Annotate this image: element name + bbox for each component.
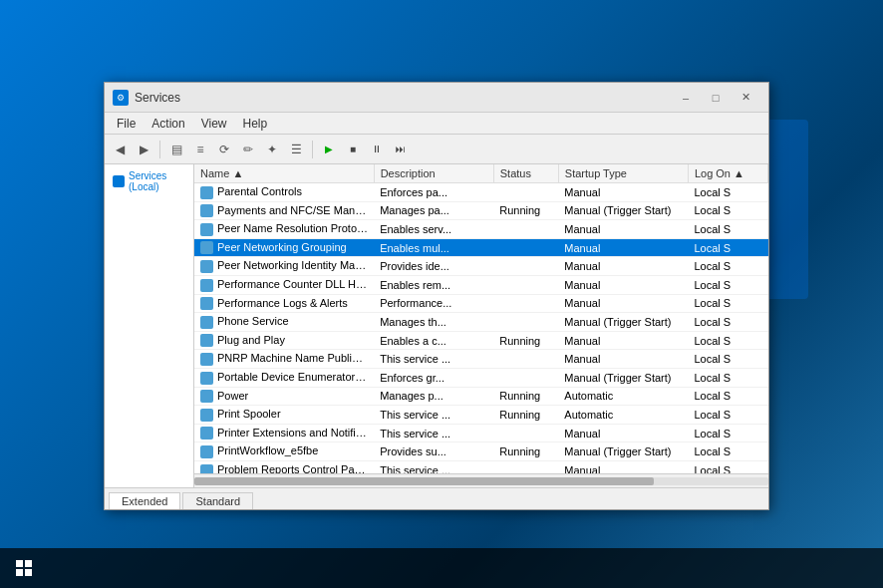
col-startup[interactable]: Startup Type	[558, 164, 688, 183]
cell-logon: Local S	[688, 294, 767, 313]
cell-name: Peer Networking Identity Manager	[194, 257, 374, 276]
cell-status	[493, 294, 558, 313]
cell-name: Portable Device Enumerator Service	[194, 368, 374, 387]
cell-startup: Manual (Trigger Start)	[558, 313, 688, 332]
table-row[interactable]: Printer Extensions and NotificationsThis…	[194, 424, 768, 442]
table-row[interactable]: Peer Networking GroupingEnables mul...Ma…	[194, 238, 768, 257]
start-button-taskbar[interactable]	[0, 548, 48, 588]
window-icon: ⚙	[113, 90, 129, 106]
stop-button[interactable]: ■	[342, 139, 364, 160]
cell-description: Enables a c...	[374, 331, 493, 350]
col-status[interactable]: Status	[493, 164, 558, 183]
props2-button[interactable]: ☰	[285, 139, 307, 160]
properties-button[interactable]: ≡	[189, 139, 211, 160]
table-header-row: Name ▲ Description Status Startup Type L…	[194, 164, 768, 183]
table-row[interactable]: Problem Reports Control Panel SupportThi…	[194, 460, 768, 473]
table-row[interactable]: Performance Logs & AlertsPerformance...M…	[194, 294, 768, 313]
table-row[interactable]: Peer Networking Identity ManagerProvides…	[194, 257, 768, 276]
sidebar-item-services[interactable]: Services (Local)	[109, 168, 189, 194]
cell-status	[493, 460, 558, 473]
cell-status	[493, 183, 558, 202]
cell-startup: Automatic	[558, 387, 688, 406]
cell-name: Plug and Play	[194, 331, 374, 350]
cell-name: Parental Controls	[194, 183, 374, 202]
back-button[interactable]: ◀	[109, 139, 131, 160]
menu-view[interactable]: View	[193, 115, 235, 133]
toolbar: ◀ ▶ ▤ ≡ ⟳ ✏ ✦ ☰ ▶ ■ ⏸ ⏭	[105, 135, 768, 164]
horizontal-scrollbar[interactable]	[194, 473, 768, 487]
cell-logon: Local S	[688, 313, 767, 332]
table-row[interactable]: PNRP Machine Name Publication ServiceThi…	[194, 350, 768, 369]
cell-status	[493, 313, 558, 332]
tab-standard[interactable]: Standard	[182, 492, 253, 509]
cell-logon: Local S	[688, 275, 767, 294]
cell-description: Enables rem...	[374, 275, 493, 294]
cell-startup: Manual	[558, 294, 688, 313]
cell-status	[493, 257, 558, 276]
table-row[interactable]: Phone ServiceManages th...Manual (Trigge…	[194, 313, 768, 332]
window-controls: – □ ✕	[671, 84, 760, 112]
minimize-button[interactable]: –	[671, 84, 701, 112]
table-row[interactable]: PowerManages p...RunningAutomaticLocal S	[194, 387, 768, 406]
table-row[interactable]: Portable Device Enumerator ServiceEnforc…	[194, 368, 768, 387]
cell-status	[493, 220, 558, 239]
services-tbody: Parental ControlsEnforces pa...ManualLoc…	[194, 183, 768, 474]
cell-startup: Manual	[558, 220, 688, 239]
cell-description: This service ...	[374, 460, 493, 473]
cell-logon: Local S	[688, 424, 767, 442]
taskbar	[0, 548, 883, 588]
table-row[interactable]: Parental ControlsEnforces pa...ManualLoc…	[194, 183, 768, 202]
col-description[interactable]: Description	[374, 164, 493, 183]
tab-extended[interactable]: Extended	[109, 492, 180, 509]
cell-name: Printer Extensions and Notifications	[194, 424, 374, 442]
menu-action[interactable]: Action	[144, 115, 192, 133]
cell-description: Enables mul...	[374, 238, 493, 257]
resume-button[interactable]: ⏭	[390, 139, 412, 160]
cell-description: Manages p...	[374, 387, 493, 406]
sidebar[interactable]: Services (Local)	[105, 164, 194, 487]
services-table: Name ▲ Description Status Startup Type L…	[194, 164, 768, 473]
cell-startup: Manual	[558, 460, 688, 473]
cell-startup: Manual	[558, 238, 688, 257]
start-button[interactable]: ▶	[318, 139, 340, 160]
cell-logon: Local S	[688, 201, 767, 220]
cell-name: PrintWorkflow_e5fbe	[194, 442, 374, 461]
svg-rect-0	[16, 560, 23, 567]
table-container[interactable]: Name ▲ Description Status Startup Type L…	[194, 164, 768, 473]
refresh-button[interactable]: ⟳	[213, 139, 235, 160]
table-row[interactable]: PrintWorkflow_e5fbeProvides su...Running…	[194, 442, 768, 461]
cell-description: Manages th...	[374, 313, 493, 332]
col-name[interactable]: Name ▲	[194, 164, 374, 183]
new-button[interactable]: ✦	[261, 139, 283, 160]
cell-startup: Manual	[558, 257, 688, 276]
svg-rect-3	[25, 569, 32, 576]
cell-startup: Manual	[558, 275, 688, 294]
svg-rect-2	[16, 569, 23, 576]
menu-help[interactable]: Help	[235, 115, 276, 133]
col-logon[interactable]: Log On ▲	[688, 164, 767, 183]
table-row[interactable]: Payments and NFC/SE ManagerManages pa...…	[194, 201, 768, 220]
svg-rect-1	[25, 560, 32, 567]
cell-name: Print Spooler	[194, 406, 374, 425]
forward-button[interactable]: ▶	[133, 139, 154, 160]
export-button[interactable]: ✏	[237, 139, 259, 160]
cell-startup: Manual (Trigger Start)	[558, 201, 688, 220]
show-hide-button[interactable]: ▤	[165, 139, 187, 160]
cell-startup: Manual	[558, 183, 688, 202]
close-button[interactable]: ✕	[731, 84, 760, 112]
cell-name: Payments and NFC/SE Manager	[194, 201, 374, 220]
cell-logon: Local S	[688, 331, 767, 350]
menu-file[interactable]: File	[109, 115, 144, 133]
pause-button[interactable]: ⏸	[366, 139, 388, 160]
table-row[interactable]: Performance Counter DLL HostEnables rem.…	[194, 275, 768, 294]
table-row[interactable]: Print SpoolerThis service ...RunningAuto…	[194, 406, 768, 425]
cell-logon: Local S	[688, 350, 767, 369]
maximize-button[interactable]: □	[701, 84, 731, 112]
table-row[interactable]: Plug and PlayEnables a c...RunningManual…	[194, 331, 768, 350]
cell-logon: Local S	[688, 406, 767, 425]
cell-startup: Manual (Trigger Start)	[558, 368, 688, 387]
cell-description: This service ...	[374, 424, 493, 442]
table-row[interactable]: Peer Name Resolution ProtocolEnables ser…	[194, 220, 768, 239]
cell-description: Manages pa...	[374, 201, 493, 220]
cell-startup: Manual	[558, 424, 688, 442]
